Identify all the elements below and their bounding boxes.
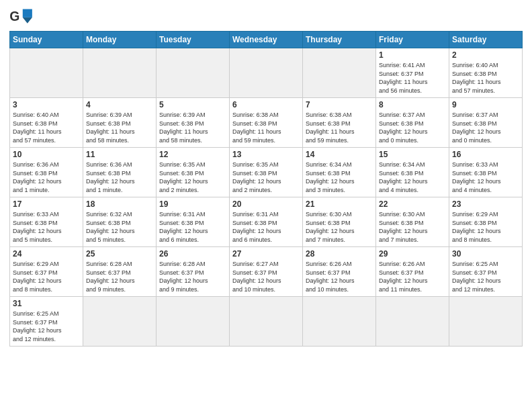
- calendar-cell: 21Sunrise: 6:30 AM Sunset: 6:38 PM Dayli…: [303, 197, 376, 247]
- day-number: 31: [13, 299, 80, 308]
- day-info: Sunrise: 6:35 AM Sunset: 6:38 PM Dayligh…: [232, 161, 300, 194]
- day-number: 22: [379, 199, 446, 209]
- page: G SundayMondayTuesdayWednesdayThursdayFr…: [0, 0, 532, 411]
- calendar-cell: [230, 297, 303, 347]
- day-info: Sunrise: 6:41 AM Sunset: 6:37 PM Dayligh…: [379, 61, 446, 95]
- calendar-cell: 8Sunrise: 6:37 AM Sunset: 6:38 PM Daylig…: [376, 98, 449, 148]
- logo-icon: G: [9, 7, 34, 27]
- calendar-cell: 19Sunrise: 6:31 AM Sunset: 6:38 PM Dayli…: [157, 197, 230, 247]
- svg-marker-2: [23, 17, 32, 24]
- day-number: 12: [159, 150, 226, 159]
- day-info: Sunrise: 6:40 AM Sunset: 6:38 PM Dayligh…: [13, 111, 80, 144]
- calendar-cell: 20Sunrise: 6:31 AM Sunset: 6:38 PM Dayli…: [230, 197, 303, 247]
- day-number: 27: [232, 249, 300, 259]
- calendar-week-1: 1Sunrise: 6:41 AM Sunset: 6:37 PM Daylig…: [10, 48, 523, 98]
- calendar-cell: 10Sunrise: 6:36 AM Sunset: 6:38 PM Dayli…: [10, 148, 83, 197]
- day-number: 24: [13, 249, 80, 259]
- calendar-cell: [303, 297, 376, 347]
- calendar-cell: 25Sunrise: 6:28 AM Sunset: 6:37 PM Dayli…: [83, 247, 157, 297]
- weekday-saturday: Saturday: [449, 32, 523, 48]
- day-number: 23: [452, 199, 519, 209]
- day-number: 30: [452, 249, 519, 259]
- day-number: 19: [159, 199, 226, 209]
- day-number: 16: [452, 150, 519, 159]
- day-info: Sunrise: 6:33 AM Sunset: 6:38 PM Dayligh…: [13, 210, 80, 244]
- calendar-cell: 12Sunrise: 6:35 AM Sunset: 6:38 PM Dayli…: [157, 148, 230, 197]
- calendar-week-2: 3Sunrise: 6:40 AM Sunset: 6:38 PM Daylig…: [10, 98, 523, 148]
- calendar-cell: [83, 297, 157, 347]
- calendar-cell: [449, 297, 523, 347]
- calendar-cell: 17Sunrise: 6:33 AM Sunset: 6:38 PM Dayli…: [10, 197, 83, 247]
- day-info: Sunrise: 6:37 AM Sunset: 6:38 PM Dayligh…: [379, 111, 446, 144]
- calendar-cell: 18Sunrise: 6:32 AM Sunset: 6:38 PM Dayli…: [83, 197, 157, 247]
- day-number: 5: [159, 100, 226, 109]
- weekday-tuesday: Tuesday: [157, 32, 230, 48]
- calendar-cell: 7Sunrise: 6:38 AM Sunset: 6:38 PM Daylig…: [303, 98, 376, 148]
- calendar-cell: [157, 48, 230, 98]
- day-number: 18: [86, 199, 153, 209]
- day-info: Sunrise: 6:27 AM Sunset: 6:37 PM Dayligh…: [232, 260, 300, 293]
- day-number: 20: [232, 199, 300, 209]
- calendar-cell: [10, 48, 83, 98]
- calendar-cell: [230, 48, 303, 98]
- calendar-cell: 6Sunrise: 6:38 AM Sunset: 6:38 PM Daylig…: [230, 98, 303, 148]
- day-number: 21: [306, 199, 373, 209]
- weekday-sunday: Sunday: [10, 32, 83, 48]
- calendar-cell: 13Sunrise: 6:35 AM Sunset: 6:38 PM Dayli…: [230, 148, 303, 197]
- weekday-monday: Monday: [83, 32, 157, 48]
- day-info: Sunrise: 6:34 AM Sunset: 6:38 PM Dayligh…: [306, 161, 373, 194]
- calendar-cell: [303, 48, 376, 98]
- day-info: Sunrise: 6:28 AM Sunset: 6:37 PM Dayligh…: [86, 260, 153, 293]
- calendar-cell: 2Sunrise: 6:40 AM Sunset: 6:38 PM Daylig…: [449, 48, 523, 98]
- day-info: Sunrise: 6:31 AM Sunset: 6:38 PM Dayligh…: [159, 210, 226, 244]
- calendar-header: SundayMondayTuesdayWednesdayThursdayFrid…: [10, 32, 523, 48]
- day-info: Sunrise: 6:38 AM Sunset: 6:38 PM Dayligh…: [306, 111, 373, 144]
- day-info: Sunrise: 6:33 AM Sunset: 6:38 PM Dayligh…: [452, 161, 519, 194]
- day-info: Sunrise: 6:25 AM Sunset: 6:37 PM Dayligh…: [452, 260, 519, 293]
- day-number: 9: [452, 100, 519, 109]
- day-number: 2: [452, 50, 519, 60]
- day-number: 4: [86, 100, 153, 109]
- day-info: Sunrise: 6:32 AM Sunset: 6:38 PM Dayligh…: [86, 210, 153, 244]
- day-number: 1: [379, 50, 446, 60]
- calendar-cell: 23Sunrise: 6:29 AM Sunset: 6:38 PM Dayli…: [449, 197, 523, 247]
- day-number: 8: [379, 100, 446, 109]
- day-info: Sunrise: 6:30 AM Sunset: 6:38 PM Dayligh…: [306, 210, 373, 244]
- day-info: Sunrise: 6:39 AM Sunset: 6:38 PM Dayligh…: [159, 111, 226, 144]
- day-number: 26: [159, 249, 226, 259]
- day-info: Sunrise: 6:26 AM Sunset: 6:37 PM Dayligh…: [306, 260, 373, 293]
- day-number: 13: [232, 150, 300, 159]
- calendar-cell: 26Sunrise: 6:28 AM Sunset: 6:37 PM Dayli…: [157, 247, 230, 297]
- header: G: [9, 7, 523, 27]
- calendar-cell: 9Sunrise: 6:37 AM Sunset: 6:38 PM Daylig…: [449, 98, 523, 148]
- calendar-cell: 11Sunrise: 6:36 AM Sunset: 6:38 PM Dayli…: [83, 148, 157, 197]
- day-number: 25: [86, 249, 153, 259]
- day-info: Sunrise: 6:40 AM Sunset: 6:38 PM Dayligh…: [452, 61, 519, 95]
- day-number: 10: [13, 150, 80, 159]
- svg-marker-1: [23, 9, 32, 17]
- calendar-cell: 4Sunrise: 6:39 AM Sunset: 6:38 PM Daylig…: [83, 98, 157, 148]
- calendar-cell: 5Sunrise: 6:39 AM Sunset: 6:38 PM Daylig…: [157, 98, 230, 148]
- day-number: 29: [379, 249, 446, 259]
- weekday-friday: Friday: [376, 32, 449, 48]
- calendar-cell: 31Sunrise: 6:25 AM Sunset: 6:37 PM Dayli…: [10, 297, 83, 347]
- calendar-body: 1Sunrise: 6:41 AM Sunset: 6:37 PM Daylig…: [10, 48, 523, 347]
- logo: G: [9, 7, 36, 27]
- day-number: 15: [379, 150, 446, 159]
- calendar-cell: 29Sunrise: 6:26 AM Sunset: 6:37 PM Dayli…: [376, 247, 449, 297]
- calendar-cell: 15Sunrise: 6:34 AM Sunset: 6:38 PM Dayli…: [376, 148, 449, 197]
- svg-text:G: G: [9, 9, 19, 24]
- day-info: Sunrise: 6:36 AM Sunset: 6:38 PM Dayligh…: [13, 161, 80, 194]
- calendar-cell: [376, 297, 449, 347]
- day-number: 17: [13, 199, 80, 209]
- day-info: Sunrise: 6:38 AM Sunset: 6:38 PM Dayligh…: [232, 111, 300, 144]
- day-number: 28: [306, 249, 373, 259]
- weekday-wednesday: Wednesday: [230, 32, 303, 48]
- calendar-week-5: 24Sunrise: 6:29 AM Sunset: 6:37 PM Dayli…: [10, 247, 523, 297]
- calendar-cell: 16Sunrise: 6:33 AM Sunset: 6:38 PM Dayli…: [449, 148, 523, 197]
- day-number: 3: [13, 100, 80, 109]
- day-info: Sunrise: 6:36 AM Sunset: 6:38 PM Dayligh…: [86, 161, 153, 194]
- calendar-week-4: 17Sunrise: 6:33 AM Sunset: 6:38 PM Dayli…: [10, 197, 523, 247]
- day-info: Sunrise: 6:31 AM Sunset: 6:38 PM Dayligh…: [232, 210, 300, 244]
- weekday-header-row: SundayMondayTuesdayWednesdayThursdayFrid…: [10, 32, 523, 48]
